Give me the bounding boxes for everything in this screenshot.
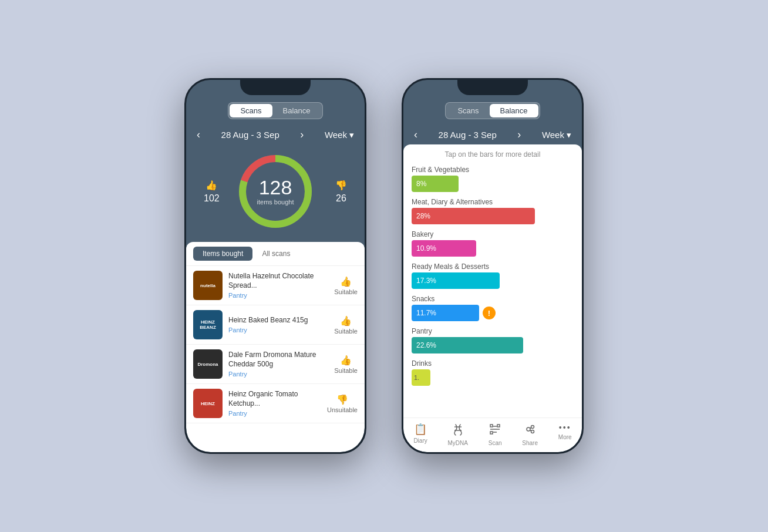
bar-container[interactable]: 11.7% ! [412,305,574,321]
suitable-number: 102 [204,193,220,204]
item-status-suitable: 👍 Suitable [334,276,358,295]
bar-ready-meals[interactable]: 17.3% [412,272,500,289]
tap-hint: Tap on the bars for more detail [412,150,574,159]
bar-snacks[interactable]: 11.7% [412,305,479,321]
nav-item-more[interactable]: ••• More [558,423,572,446]
phone-notch-2 [457,80,528,95]
nav-label-scan: Scan [489,440,502,446]
list-item[interactable]: HEINZ Heinz Organic Tomato Ketchup... Pa… [186,384,365,423]
phone2-tab-scans[interactable]: Scans [447,104,489,117]
list-item[interactable]: nutella Nutella Hazelnut Chocolate Sprea… [186,266,365,305]
phone1-screen: Scans Balance ‹ 28 Aug - 3 Sep › Week ▾ [186,80,365,452]
phone1-suitable-count: 👍 102 [204,180,220,204]
status-label: Suitable [334,328,358,335]
phone1-tab-scans[interactable]: Scans [230,104,272,117]
item-image-cheese: Dromona [193,349,223,379]
phone2-next-arrow[interactable]: › [517,129,521,141]
nav-item-share[interactable]: Share [522,423,538,446]
bar-bakery[interactable]: 10.9% [412,240,476,257]
cheese-product-img: Dromona [193,349,223,379]
bar-container[interactable]: 8% [412,176,574,192]
phone-1: Scans Balance ‹ 28 Aug - 3 Sep › Week ▾ [184,78,366,454]
bottom-nav: 📋 Diary MyDNA [403,417,582,452]
mydna-icon [452,423,464,438]
category-label: Meat, Diary & Alternatives [412,198,574,206]
item-info-nutella: Nutella Hazelnut Chocolate Spread... Pan… [228,272,328,298]
suitable-thumb-icon: 👍 [340,276,352,287]
bar-container[interactable]: 17.3% [412,272,574,289]
item-name: Nutella Hazelnut Chocolate Spread... [228,272,328,290]
nav-item-mydna[interactable]: MyDNA [448,423,468,446]
suitable-thumb-icon: 👍 [340,355,352,366]
svg-rect-7 [490,432,493,434]
unsuitable-number: 26 [336,193,346,204]
nav-label-share: Share [522,440,538,446]
phone-2: Scans Balance ‹ 28 Aug - 3 Sep › Week ▾ [402,78,584,454]
nav-item-diary[interactable]: 📋 Diary [413,423,427,446]
phone2-week-selector[interactable]: Week ▾ [542,130,571,140]
bar-container[interactable]: 1. [412,369,574,386]
category-label: Ready Meals & Desserts [412,262,574,271]
phone2-tab-group: Scans Balance [445,102,540,119]
svg-point-13 [531,430,534,433]
item-status-suitable: 👍 Suitable [334,355,358,374]
phone-notch-1 [240,80,311,95]
bar-container[interactable]: 10.9% [412,240,574,257]
phone1-prev-arrow[interactable]: ‹ [197,129,200,141]
item-category: Pantry [228,371,328,378]
bar-meat[interactable]: 28% [412,208,535,224]
phone1-list-tabs: Items bought All scans [186,242,365,266]
category-label: Snacks [412,295,574,303]
donut-center: 128 items bought [257,177,294,206]
heinz-beans-product-img: HEINZ BEANZ [193,310,223,339]
category-row-snacks: Snacks 11.7% ! [412,295,574,321]
donut-label: items bought [257,198,294,206]
phone1-tab-group: Scans Balance [228,102,322,119]
phone1-week-selector[interactable]: Week ▾ [325,130,354,140]
phone2-prev-arrow[interactable]: ‹ [414,129,417,141]
bar-container[interactable]: 28% [412,208,574,224]
item-status-unsuitable: 👎 Unsuitable [327,394,358,413]
item-image-nutella: nutella [193,271,223,300]
warning-icon: ! [483,307,496,319]
thumbs-up-icon: 👍 [206,180,217,191]
phone2-tab-balance[interactable]: Balance [490,104,538,117]
item-name: Heinz Organic Tomato Ketchup... [228,390,321,408]
diary-icon: 📋 [414,423,427,436]
svg-rect-5 [490,425,493,427]
bar-fruit[interactable]: 8% [412,176,459,192]
svg-point-12 [531,426,534,429]
bar-drinks[interactable]: 1. [412,369,430,386]
phone2-screen: Scans Balance ‹ 28 Aug - 3 Sep › Week ▾ [403,80,582,452]
ketchup-product-img: HEINZ [193,389,223,418]
category-row-bakery: Bakery 10.9% [412,230,574,257]
list-item[interactable]: HEINZ BEANZ Heinz Baked Beanz 415g Pantr… [186,305,365,345]
list-tab-items-bought[interactable]: Items bought [193,247,252,261]
item-name: Dale Farm Dromona Mature Cheddar 500g [228,351,328,369]
bar-pantry[interactable]: 22.6% [412,337,523,353]
item-category: Pantry [228,410,321,417]
category-row-fruit: Fruit & Vegetables 8% [412,166,574,192]
bar-container[interactable]: 22.6% [412,337,574,353]
more-icon: ••• [559,423,571,432]
share-icon [524,423,537,438]
list-item[interactable]: Dromona Dale Farm Dromona Mature Cheddar… [186,345,365,384]
item-category: Pantry [228,292,328,299]
svg-line-14 [530,427,531,429]
unsuitable-thumb-icon: 👎 [336,394,348,405]
nav-label-more: More [558,434,572,440]
thumbs-down-icon: 👎 [335,180,347,191]
category-row-drinks: Drinks 1. [412,359,574,386]
nav-label-mydna: MyDNA [448,440,468,446]
item-info-ketchup: Heinz Organic Tomato Ketchup... Pantry [228,390,321,416]
phone2-date-nav: ‹ 28 Aug - 3 Sep › Week ▾ [403,125,582,144]
phone2-balance-content: Tap on the bars for more detail Fruit & … [403,144,582,452]
status-label: Unsuitable [327,406,358,413]
list-tab-all-scans[interactable]: All scans [252,247,299,261]
phone2-period-label: Week [542,130,564,140]
nutella-product-img: nutella [193,271,223,300]
phone1-next-arrow[interactable]: › [300,129,304,141]
nav-item-scan[interactable]: Scan [489,423,502,446]
phone1-period-label: Week [325,130,347,140]
phone1-tab-balance[interactable]: Balance [272,104,321,117]
